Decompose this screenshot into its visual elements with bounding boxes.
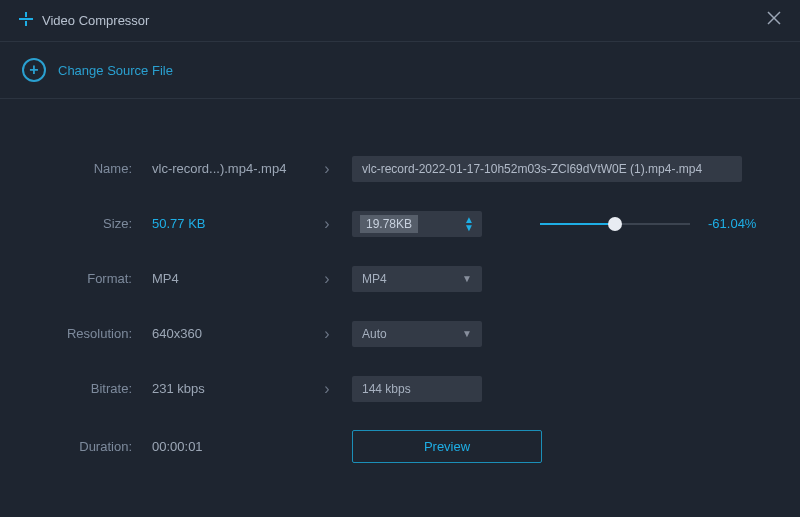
format-select-value: MP4 (362, 272, 387, 286)
chevron-down-icon: ▼ (462, 328, 472, 339)
chevron-right-icon: › (312, 215, 342, 233)
change-source-button[interactable]: + Change Source File (0, 42, 800, 99)
size-percent: -61.04% (708, 216, 756, 231)
name-output-input[interactable]: vlc-record-2022-01-17-10h52m03s-ZCl69dVt… (352, 156, 742, 182)
size-label: Size: (22, 216, 132, 231)
slider-thumb[interactable] (608, 217, 622, 231)
chevron-right-icon: › (312, 160, 342, 178)
svg-rect-0 (19, 18, 33, 20)
format-label: Format: (22, 271, 132, 286)
close-button[interactable] (766, 10, 782, 31)
app-icon (18, 11, 34, 30)
bitrate-label: Bitrate: (22, 381, 132, 396)
resolution-select-value: Auto (362, 327, 387, 341)
duration-label: Duration: (22, 439, 132, 454)
chevron-right-icon: › (312, 380, 342, 398)
app-title: Video Compressor (42, 13, 149, 28)
slider-fill (540, 223, 618, 225)
stepper-arrows-icon[interactable]: ▲▼ (464, 216, 474, 232)
size-slider[interactable] (540, 214, 690, 234)
format-select[interactable]: MP4 ▼ (352, 266, 482, 292)
size-target-value: 19.78KB (360, 215, 418, 233)
chevron-down-icon: ▼ (462, 273, 472, 284)
chevron-right-icon: › (312, 325, 342, 343)
plus-icon: + (22, 58, 46, 82)
size-target-stepper[interactable]: 19.78KB ▲▼ (352, 211, 482, 237)
resolution-label: Resolution: (22, 326, 132, 341)
preview-button[interactable]: Preview (352, 430, 542, 463)
duration-value: 00:00:01 (142, 433, 342, 460)
name-label: Name: (22, 161, 132, 176)
bitrate-target-input[interactable]: 144 kbps (352, 376, 482, 402)
chevron-right-icon: › (312, 270, 342, 288)
resolution-select[interactable]: Auto ▼ (352, 321, 482, 347)
form: Name: vlc-record...).mp4-.mp4 › vlc-reco… (0, 99, 800, 463)
title-bar: Video Compressor (0, 0, 800, 42)
change-source-label: Change Source File (58, 63, 173, 78)
svg-rect-1 (25, 12, 27, 17)
svg-rect-2 (25, 21, 27, 26)
